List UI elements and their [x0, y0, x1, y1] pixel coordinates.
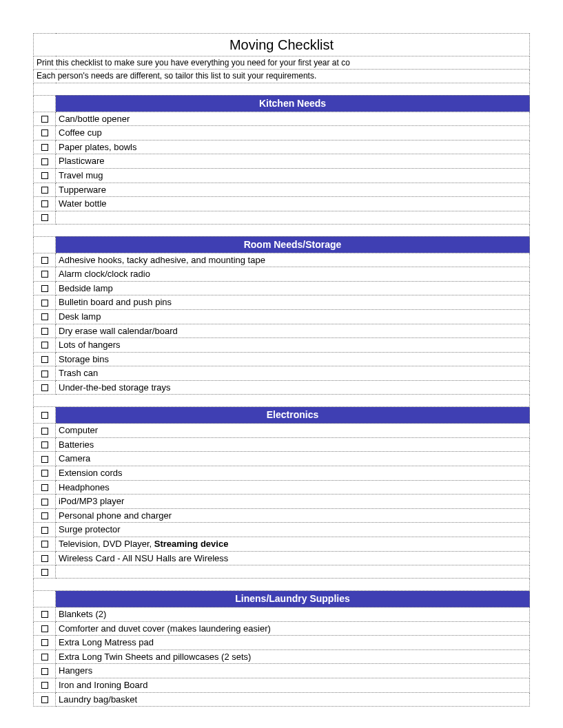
list-item: Extra Long Twin Sheets and pillowcases (… [56, 649, 530, 664]
spacer-row [34, 579, 530, 591]
item-checkbox-cell [34, 126, 56, 141]
checkbox-icon[interactable] [41, 696, 48, 703]
checkbox-icon[interactable] [41, 271, 48, 278]
item-text: Television, DVD Player, [59, 539, 154, 549]
section-header: Linens/Laundry Supplies [56, 591, 530, 607]
checkbox-icon[interactable] [41, 470, 48, 477]
list-item: Bedside lamp [56, 281, 530, 295]
item-checkbox-cell [34, 508, 56, 523]
checkbox-icon[interactable] [41, 313, 48, 320]
checkbox-icon[interactable] [41, 555, 48, 562]
item-checkbox-cell [34, 295, 56, 310]
list-item: Trash can [56, 366, 530, 381]
section-header: Electronics [56, 407, 530, 424]
section-header: Room Needs/Storage [56, 236, 530, 253]
list-item: Can/bottle opener [56, 112, 530, 126]
item-checkbox-cell [34, 452, 56, 466]
item-checkbox-cell [34, 565, 56, 579]
checkbox-icon[interactable] [41, 187, 48, 194]
checkbox-icon[interactable] [41, 541, 48, 548]
checkbox-icon[interactable] [41, 129, 48, 136]
section-header: Kitchen Needs [56, 95, 530, 112]
list-item: Comforter and duvet cover (makes launder… [56, 621, 530, 636]
item-checkbox-cell [34, 352, 56, 366]
checkbox-icon[interactable] [41, 116, 48, 123]
checkbox-icon[interactable] [41, 412, 48, 419]
list-item: Desk lamp [56, 309, 530, 324]
item-checkbox-cell [34, 607, 56, 622]
checkbox-icon[interactable] [41, 356, 48, 363]
checkbox-icon[interactable] [41, 144, 48, 151]
list-item: Paper plates, bowls [56, 140, 530, 154]
checkbox-icon[interactable] [41, 682, 48, 689]
item-checkbox-cell [34, 197, 56, 211]
checkbox-icon[interactable] [41, 384, 48, 391]
checkbox-icon[interactable] [41, 441, 48, 448]
section-header-left [34, 591, 56, 607]
item-checkbox-cell [34, 636, 56, 650]
item-checkbox-cell [34, 621, 56, 636]
checkbox-icon[interactable] [41, 569, 48, 576]
checklist-table: Moving ChecklistPrint this checklist to … [33, 33, 530, 707]
list-item: Adhesive hooks, tacky adhesive, and moun… [56, 253, 530, 267]
checkbox-icon[interactable] [41, 172, 48, 179]
list-item: Extra Long Matress pad [56, 636, 530, 650]
checkbox-icon[interactable] [41, 499, 48, 506]
list-item: Television, DVD Player, Streaming device [56, 537, 530, 552]
checkbox-icon[interactable] [41, 300, 48, 306]
checkbox-icon[interactable] [41, 625, 48, 632]
item-checkbox-cell [34, 366, 56, 381]
item-checkbox-cell [34, 112, 56, 126]
section-header-left [34, 236, 56, 253]
item-checkbox-cell [34, 551, 56, 565]
list-item: Coffee cup [56, 126, 530, 141]
checkbox-icon[interactable] [41, 654, 48, 661]
list-item: Dry erase wall calendar/board [56, 324, 530, 338]
list-item: Tupperware [56, 183, 530, 197]
section-header-left [34, 407, 56, 424]
checkbox-icon[interactable] [41, 527, 48, 534]
checkbox-icon[interactable] [41, 214, 48, 221]
list-item: Hangers [56, 664, 530, 678]
checkbox-icon[interactable] [41, 342, 48, 349]
spacer-row [34, 83, 530, 95]
item-checkbox-cell [34, 267, 56, 282]
list-item: Travel mug [56, 168, 530, 183]
item-checkbox-cell [34, 692, 56, 707]
checkbox-icon[interactable] [41, 328, 48, 335]
item-checkbox-cell [34, 664, 56, 678]
intro-line: Each person's needs are different, so ta… [34, 70, 530, 83]
checkbox-icon[interactable] [41, 668, 48, 675]
item-checkbox-cell [34, 380, 56, 395]
item-checkbox-cell [34, 140, 56, 154]
list-item: Alarm clock/clock radio [56, 267, 530, 282]
checkbox-icon[interactable] [41, 371, 48, 377]
item-checkbox-cell [34, 495, 56, 509]
list-item: Water bottle [56, 197, 530, 211]
item-checkbox-cell [34, 281, 56, 295]
checkbox-icon[interactable] [41, 456, 48, 463]
item-checkbox-cell [34, 424, 56, 438]
checkbox-icon[interactable] [41, 512, 48, 519]
list-item: Camera [56, 452, 530, 466]
item-checkbox-cell [34, 211, 56, 224]
checkbox-icon[interactable] [41, 611, 48, 618]
item-checkbox-cell [34, 324, 56, 338]
list-item: Laundry bag/basket [56, 692, 530, 707]
list-item: Blankets (2) [56, 607, 530, 622]
item-checkbox-cell [34, 466, 56, 481]
list-item: Batteries [56, 437, 530, 452]
checkbox-icon[interactable] [41, 257, 48, 264]
checkbox-icon[interactable] [41, 158, 48, 165]
checkbox-icon[interactable] [41, 285, 48, 292]
list-item: Wireless Card - All NSU Halls are Wirele… [56, 551, 530, 565]
spacer-row [34, 224, 530, 236]
list-item: Surge protector [56, 523, 530, 537]
list-item [56, 565, 530, 579]
list-item: Iron and Ironing Board [56, 678, 530, 692]
checkbox-icon[interactable] [41, 200, 48, 207]
checkbox-icon[interactable] [41, 428, 48, 435]
checkbox-icon[interactable] [41, 484, 48, 491]
list-item: Bulletin board and push pins [56, 295, 530, 310]
checkbox-icon[interactable] [41, 639, 48, 646]
